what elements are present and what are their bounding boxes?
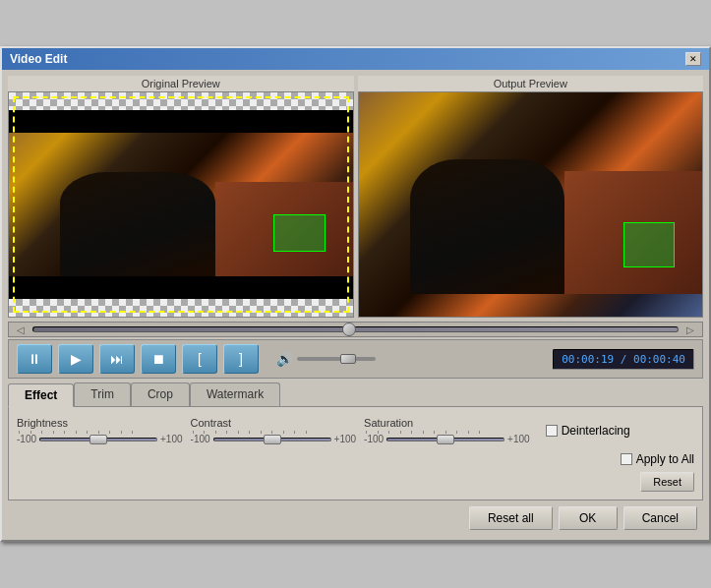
tab-crop[interactable]: Crop bbox=[131, 382, 190, 406]
bottom-buttons: Reset all OK Cancel bbox=[8, 500, 703, 534]
deinterlacing-checkbox-area[interactable]: Deinterlacing bbox=[546, 424, 630, 438]
video-edit-window: Video Edit ✕ Original Preview bbox=[0, 46, 711, 542]
preview-area: Original Preview bbox=[8, 76, 703, 318]
pause-icon: ⏸ bbox=[28, 351, 41, 367]
brightness-max: +100 bbox=[160, 434, 183, 444]
mark-in-button[interactable]: [ bbox=[182, 344, 217, 374]
sliders-row: Brightness -100 +100 bbox=[17, 417, 694, 492]
pause-button[interactable]: ⏸ bbox=[17, 344, 52, 374]
reset-button[interactable]: Reset bbox=[640, 472, 694, 492]
seek-right-icon: ▷ bbox=[686, 324, 694, 335]
volume-icon: 🔊 bbox=[276, 351, 293, 367]
saturation-group: Saturation -100 +100 bbox=[364, 417, 530, 444]
output-preview-label: Output Preview bbox=[358, 76, 704, 91]
apply-all-label: Apply to All bbox=[636, 452, 694, 466]
output-video-still bbox=[359, 92, 703, 317]
effect-tab-content: Brightness -100 +100 bbox=[8, 407, 703, 500]
contrast-track[interactable] bbox=[213, 438, 331, 441]
deinterlacing-checkbox[interactable] bbox=[546, 425, 558, 437]
brightness-group: Brightness -100 +100 bbox=[17, 417, 183, 444]
title-bar-buttons: ✕ bbox=[685, 52, 701, 66]
brightness-track-container: -100 +100 bbox=[17, 434, 183, 444]
tab-effect[interactable]: Effect bbox=[8, 383, 74, 407]
title-bar: Video Edit ✕ bbox=[2, 48, 709, 70]
controls-bar: ⏸ ▶ ⏭ ⏹ [ ] 🔊 00:00:19 bbox=[8, 339, 703, 379]
brightness-track[interactable] bbox=[39, 438, 157, 441]
stop-icon: ⏹ bbox=[151, 351, 165, 367]
deinterlacing-label: Deinterlacing bbox=[562, 424, 630, 438]
saturation-max: +100 bbox=[507, 434, 530, 444]
bracket-open-icon: [ bbox=[198, 351, 202, 367]
time-display: 00:00:19 / 00:00:40 bbox=[553, 349, 694, 370]
contrast-track-container: -100 +100 bbox=[191, 434, 357, 444]
tab-watermark[interactable]: Watermark bbox=[190, 382, 280, 406]
volume-track[interactable] bbox=[297, 357, 376, 361]
seek-thumb[interactable] bbox=[342, 323, 356, 336]
seek-left-icon: ◁ bbox=[17, 324, 25, 335]
mark-out-button[interactable]: ] bbox=[223, 344, 259, 374]
play-icon: ▶ bbox=[71, 351, 82, 367]
seek-track[interactable] bbox=[32, 326, 679, 332]
contrast-min: -100 bbox=[191, 434, 210, 444]
contrast-max: +100 bbox=[334, 434, 357, 444]
apply-all-checkbox[interactable] bbox=[621, 453, 632, 465]
ok-button[interactable]: OK bbox=[559, 506, 618, 530]
apply-all-group: Apply to All Reset bbox=[621, 452, 694, 492]
contrast-thumb[interactable] bbox=[264, 435, 281, 444]
next-frame-button[interactable]: ⏭ bbox=[99, 344, 135, 374]
seek-bar-container: ◁ ▷ bbox=[8, 322, 703, 337]
saturation-track-container: -100 +100 bbox=[364, 434, 530, 444]
contrast-group: Contrast -100 +100 bbox=[191, 417, 357, 444]
play-button[interactable]: ▶ bbox=[58, 344, 93, 374]
saturation-label: Saturation bbox=[364, 417, 413, 429]
output-preview-panel: Output Preview bbox=[358, 76, 704, 318]
saturation-thumb[interactable] bbox=[437, 435, 454, 444]
saturation-min: -100 bbox=[364, 434, 384, 444]
contrast-label: Contrast bbox=[191, 417, 232, 429]
brightness-label: Brightness bbox=[17, 417, 68, 429]
apply-all-checkbox-area[interactable]: Apply to All bbox=[621, 452, 694, 466]
output-preview-frame bbox=[358, 91, 704, 318]
volume-section: 🔊 bbox=[276, 351, 376, 367]
brightness-thumb[interactable] bbox=[89, 435, 107, 444]
deinterlacing-group: Deinterlacing bbox=[546, 424, 630, 438]
tab-trim[interactable]: Trim bbox=[74, 382, 131, 406]
brightness-min: -100 bbox=[17, 434, 36, 444]
bracket-close-icon: ] bbox=[239, 351, 243, 367]
original-preview-label: Original Preview bbox=[8, 76, 354, 91]
volume-thumb[interactable] bbox=[340, 354, 356, 364]
next-frame-icon: ⏭ bbox=[110, 351, 124, 367]
cancel-button[interactable]: Cancel bbox=[623, 506, 697, 530]
original-video-still bbox=[9, 110, 353, 299]
stop-button[interactable]: ⏹ bbox=[141, 344, 176, 374]
saturation-track[interactable] bbox=[386, 438, 504, 441]
reset-all-button[interactable]: Reset all bbox=[469, 506, 553, 530]
close-button[interactable]: ✕ bbox=[685, 52, 701, 66]
main-content: Original Preview bbox=[2, 70, 709, 540]
original-preview-frame bbox=[8, 91, 354, 318]
tabs-bar: Effect Trim Crop Watermark bbox=[8, 382, 703, 407]
original-preview-panel: Original Preview bbox=[8, 76, 354, 318]
window-title: Video Edit bbox=[10, 52, 67, 66]
